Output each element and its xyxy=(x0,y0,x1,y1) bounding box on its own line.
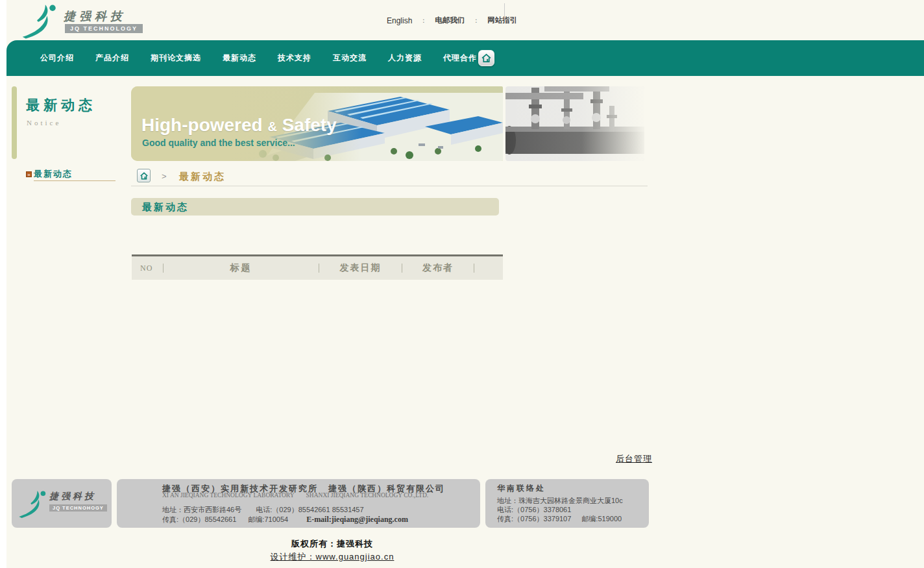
org2-name-en: SHANXI JIEQIANG TECHNOLOGY CO.,LTD. xyxy=(306,492,429,499)
home-icon xyxy=(140,171,149,180)
nav-item-interaction[interactable]: 互动交流 xyxy=(333,53,367,64)
company-logo-swoosh-icon xyxy=(21,3,60,39)
nav-item-news[interactable]: 最新动态 xyxy=(223,53,256,64)
sidebar-item-label: 最新动态 xyxy=(34,168,73,180)
column-separator xyxy=(474,264,474,273)
banner-headline: High-powered & Safety xyxy=(141,115,337,136)
home-button[interactable] xyxy=(478,50,494,66)
link-separator: ： xyxy=(472,16,480,25)
nav-item-journal[interactable]: 期刊论文摘选 xyxy=(151,53,201,64)
col-header-title: 标题 xyxy=(164,262,319,274)
sidebar-item-underline xyxy=(34,180,116,181)
south-office-zip: 邮编:519000 xyxy=(581,515,622,523)
footer-address: 地址：西安市西影路46号 xyxy=(162,506,241,513)
breadcrumb-home-button[interactable] xyxy=(137,169,151,182)
sidebar-accent-bar xyxy=(12,86,17,159)
link-separator: ： xyxy=(420,16,427,25)
link-english[interactable]: English xyxy=(387,16,412,25)
nav-item-hr[interactable]: 人力资源 xyxy=(388,53,422,64)
south-office-address: 地址：珠海吉大园林路金景商业大厦10c xyxy=(497,496,623,506)
copyright-block: 版权所有：捷强科技 设计维护：www.guangjiao.cn xyxy=(202,538,462,563)
breadcrumb-divider xyxy=(131,186,648,186)
sidebar-subtitle: Notice xyxy=(27,119,61,127)
header-divider xyxy=(504,3,505,20)
breadcrumb-arrow: > xyxy=(162,171,167,181)
org1-name-en: XI AN JIEQIANG TECHNOLOGY LABORATORY xyxy=(162,492,295,499)
footer-company-panel: 捷强（西安）实用新技术开发研究所捷强（陕西）科贸有限公司 XI AN JIEQI… xyxy=(117,479,480,528)
breadcrumb-current: 最新动态 xyxy=(179,171,226,183)
south-office-fax: 传真:（0756）3379107 xyxy=(497,515,571,523)
news-table-header: NO 标题 发表日期 发布者 xyxy=(132,254,503,280)
nav-item-products[interactable]: 产品介绍 xyxy=(95,53,129,64)
nav-item-company[interactable]: 公司介绍 xyxy=(40,53,74,64)
col-header-author: 发布者 xyxy=(402,262,474,274)
footer-logo-swoosh-icon xyxy=(18,488,49,519)
page: 捷强科技 JQ TECHNOLOGY English ： 电邮我们 ： 网站指引… xyxy=(0,0,924,568)
company-logo-name: 捷强科技 xyxy=(64,8,126,24)
banner-tagline: Good quality and the best service... xyxy=(142,138,295,148)
link-site-guide[interactable]: 网站指引 xyxy=(487,16,517,25)
copyright-text: 版权所有：捷强科技 xyxy=(202,538,462,550)
sidebar-title: 最新动态 xyxy=(26,96,96,114)
banner-pipes-photo xyxy=(505,86,644,161)
footer-south-office-panel: 华南联络处 地址：珠海吉大园林路金景商业大厦10c 电话:（0756）33780… xyxy=(485,479,649,528)
designer-link[interactable]: 设计维护：www.guangjiao.cn xyxy=(271,551,395,563)
header-links: English ： 电邮我们 ： 网站指引 xyxy=(387,16,517,25)
south-office-title: 华南联络处 xyxy=(497,483,546,494)
col-header-no: NO xyxy=(132,264,163,273)
nav-item-agency[interactable]: 代理合作 xyxy=(443,53,477,64)
main-nav: 公司介绍 产品介绍 期刊论文摘选 最新动态 技术支持 互动交流 人力资源 代理合… xyxy=(6,40,924,76)
footer-fax: 传真:（029）85542661 xyxy=(162,515,236,523)
footer-email: E-mail:jieqiang@jieqiang.com xyxy=(306,515,408,524)
pipes-fade xyxy=(505,86,644,161)
banner: High-powered & Safety Good quality and t… xyxy=(131,86,503,161)
admin-link[interactable]: 后台管理 xyxy=(616,453,652,465)
south-office-phone: 电话:（0756）3378061 xyxy=(497,505,571,515)
footer-fax-line: 传真:（029）85542661邮编:710054E-mail:jieqiang… xyxy=(162,515,408,525)
home-icon xyxy=(481,53,492,64)
footer-logo-panel: 捷强科技 JQ TECHNOHOGY xyxy=(12,479,112,528)
company-logo-tagline: JQ TECHNOLOGY xyxy=(65,24,143,33)
footer-logo-name: 捷强科技 xyxy=(49,491,96,502)
arrow-bullet-icon: » xyxy=(26,171,32,177)
footer-phone: 电话:（029）85542661 85531457 xyxy=(256,506,363,513)
south-office-fax-line: 传真:（0756）3379107邮编:519000 xyxy=(497,514,622,524)
sidebar-item-news[interactable]: » 最新动态 xyxy=(26,168,73,180)
footer-org-names-en: XI AN JIEQIANG TECHNOLOGY LABORATORYSHAN… xyxy=(162,492,428,499)
footer-zip: 邮编:710054 xyxy=(248,515,288,523)
footer-address-line: 地址：西安市西影路46号电话:（029）85542661 85531457 xyxy=(162,505,364,515)
nav-item-support[interactable]: 技术支持 xyxy=(278,53,311,64)
link-email-us[interactable]: 电邮我们 xyxy=(435,16,465,25)
col-header-date: 发表日期 xyxy=(319,262,402,274)
nav-items: 公司介绍 产品介绍 期刊论文摘选 最新动态 技术支持 互动交流 人力资源 代理合… xyxy=(40,40,477,76)
section-title-bar: 最新动态 xyxy=(131,198,499,216)
footer-logo-tagline: JQ TECHNOHOGY xyxy=(49,504,107,512)
